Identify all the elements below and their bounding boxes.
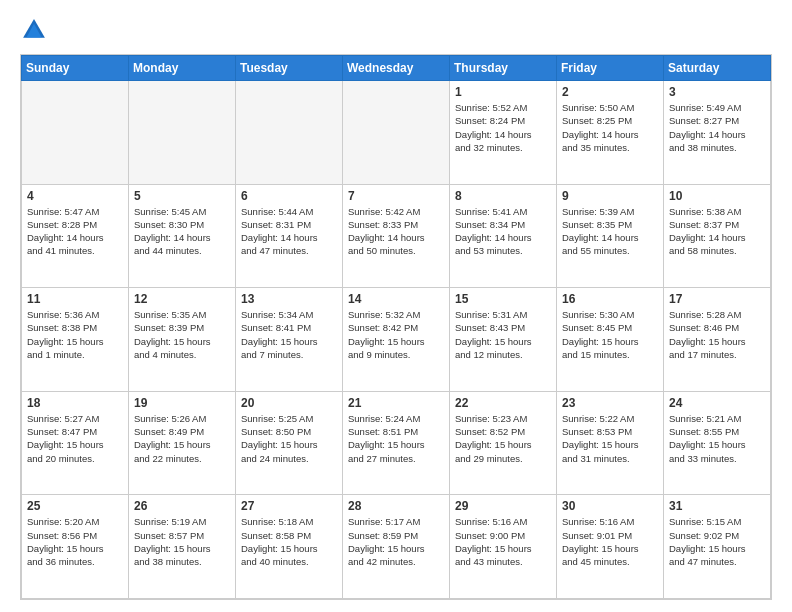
calendar-cell: 19Sunrise: 5:26 AM Sunset: 8:49 PM Dayli… <box>129 391 236 495</box>
calendar-cell: 5Sunrise: 5:45 AM Sunset: 8:30 PM Daylig… <box>129 184 236 288</box>
day-number: 21 <box>348 396 444 410</box>
day-info: Sunrise: 5:39 AM Sunset: 8:35 PM Dayligh… <box>562 205 658 258</box>
calendar-cell: 20Sunrise: 5:25 AM Sunset: 8:50 PM Dayli… <box>236 391 343 495</box>
calendar-cell <box>236 81 343 185</box>
calendar-header: SundayMondayTuesdayWednesdayThursdayFrid… <box>22 56 771 81</box>
calendar-cell <box>129 81 236 185</box>
day-number: 23 <box>562 396 658 410</box>
day-info: Sunrise: 5:20 AM Sunset: 8:56 PM Dayligh… <box>27 515 123 568</box>
day-info: Sunrise: 5:36 AM Sunset: 8:38 PM Dayligh… <box>27 308 123 361</box>
day-info: Sunrise: 5:28 AM Sunset: 8:46 PM Dayligh… <box>669 308 765 361</box>
day-number: 22 <box>455 396 551 410</box>
day-info: Sunrise: 5:30 AM Sunset: 8:45 PM Dayligh… <box>562 308 658 361</box>
logo <box>20 16 52 44</box>
day-info: Sunrise: 5:19 AM Sunset: 8:57 PM Dayligh… <box>134 515 230 568</box>
calendar-cell <box>343 81 450 185</box>
calendar: SundayMondayTuesdayWednesdayThursdayFrid… <box>20 54 772 600</box>
day-number: 7 <box>348 189 444 203</box>
day-info: Sunrise: 5:26 AM Sunset: 8:49 PM Dayligh… <box>134 412 230 465</box>
day-number: 24 <box>669 396 765 410</box>
day-info: Sunrise: 5:25 AM Sunset: 8:50 PM Dayligh… <box>241 412 337 465</box>
day-number: 11 <box>27 292 123 306</box>
day-info: Sunrise: 5:16 AM Sunset: 9:01 PM Dayligh… <box>562 515 658 568</box>
day-number: 5 <box>134 189 230 203</box>
day-number: 20 <box>241 396 337 410</box>
calendar-cell: 29Sunrise: 5:16 AM Sunset: 9:00 PM Dayli… <box>450 495 557 599</box>
calendar-cell: 27Sunrise: 5:18 AM Sunset: 8:58 PM Dayli… <box>236 495 343 599</box>
day-number: 3 <box>669 85 765 99</box>
day-info: Sunrise: 5:38 AM Sunset: 8:37 PM Dayligh… <box>669 205 765 258</box>
calendar-cell: 25Sunrise: 5:20 AM Sunset: 8:56 PM Dayli… <box>22 495 129 599</box>
calendar-cell: 31Sunrise: 5:15 AM Sunset: 9:02 PM Dayli… <box>664 495 771 599</box>
day-number: 25 <box>27 499 123 513</box>
day-info: Sunrise: 5:32 AM Sunset: 8:42 PM Dayligh… <box>348 308 444 361</box>
day-number: 19 <box>134 396 230 410</box>
day-info: Sunrise: 5:44 AM Sunset: 8:31 PM Dayligh… <box>241 205 337 258</box>
calendar-cell: 21Sunrise: 5:24 AM Sunset: 8:51 PM Dayli… <box>343 391 450 495</box>
day-info: Sunrise: 5:21 AM Sunset: 8:55 PM Dayligh… <box>669 412 765 465</box>
day-info: Sunrise: 5:16 AM Sunset: 9:00 PM Dayligh… <box>455 515 551 568</box>
calendar-cell: 1Sunrise: 5:52 AM Sunset: 8:24 PM Daylig… <box>450 81 557 185</box>
day-number: 16 <box>562 292 658 306</box>
week-row: 25Sunrise: 5:20 AM Sunset: 8:56 PM Dayli… <box>22 495 771 599</box>
day-number: 1 <box>455 85 551 99</box>
calendar-cell: 17Sunrise: 5:28 AM Sunset: 8:46 PM Dayli… <box>664 288 771 392</box>
day-info: Sunrise: 5:35 AM Sunset: 8:39 PM Dayligh… <box>134 308 230 361</box>
calendar-cell: 9Sunrise: 5:39 AM Sunset: 8:35 PM Daylig… <box>557 184 664 288</box>
week-row: 1Sunrise: 5:52 AM Sunset: 8:24 PM Daylig… <box>22 81 771 185</box>
day-number: 30 <box>562 499 658 513</box>
day-info: Sunrise: 5:18 AM Sunset: 8:58 PM Dayligh… <box>241 515 337 568</box>
page: SundayMondayTuesdayWednesdayThursdayFrid… <box>0 0 792 612</box>
calendar-cell <box>22 81 129 185</box>
header <box>20 16 772 44</box>
calendar-cell: 30Sunrise: 5:16 AM Sunset: 9:01 PM Dayli… <box>557 495 664 599</box>
calendar-cell: 12Sunrise: 5:35 AM Sunset: 8:39 PM Dayli… <box>129 288 236 392</box>
day-info: Sunrise: 5:27 AM Sunset: 8:47 PM Dayligh… <box>27 412 123 465</box>
calendar-cell: 18Sunrise: 5:27 AM Sunset: 8:47 PM Dayli… <box>22 391 129 495</box>
day-info: Sunrise: 5:31 AM Sunset: 8:43 PM Dayligh… <box>455 308 551 361</box>
day-info: Sunrise: 5:22 AM Sunset: 8:53 PM Dayligh… <box>562 412 658 465</box>
calendar-cell: 23Sunrise: 5:22 AM Sunset: 8:53 PM Dayli… <box>557 391 664 495</box>
day-info: Sunrise: 5:42 AM Sunset: 8:33 PM Dayligh… <box>348 205 444 258</box>
calendar-cell: 24Sunrise: 5:21 AM Sunset: 8:55 PM Dayli… <box>664 391 771 495</box>
logo-icon <box>20 16 48 44</box>
calendar-cell: 13Sunrise: 5:34 AM Sunset: 8:41 PM Dayli… <box>236 288 343 392</box>
week-row: 4Sunrise: 5:47 AM Sunset: 8:28 PM Daylig… <box>22 184 771 288</box>
weekday-header: Sunday <box>22 56 129 81</box>
day-info: Sunrise: 5:34 AM Sunset: 8:41 PM Dayligh… <box>241 308 337 361</box>
day-number: 4 <box>27 189 123 203</box>
calendar-cell: 10Sunrise: 5:38 AM Sunset: 8:37 PM Dayli… <box>664 184 771 288</box>
day-number: 9 <box>562 189 658 203</box>
week-row: 11Sunrise: 5:36 AM Sunset: 8:38 PM Dayli… <box>22 288 771 392</box>
calendar-cell: 3Sunrise: 5:49 AM Sunset: 8:27 PM Daylig… <box>664 81 771 185</box>
day-number: 29 <box>455 499 551 513</box>
day-number: 18 <box>27 396 123 410</box>
day-info: Sunrise: 5:52 AM Sunset: 8:24 PM Dayligh… <box>455 101 551 154</box>
day-number: 31 <box>669 499 765 513</box>
calendar-cell: 16Sunrise: 5:30 AM Sunset: 8:45 PM Dayli… <box>557 288 664 392</box>
day-info: Sunrise: 5:47 AM Sunset: 8:28 PM Dayligh… <box>27 205 123 258</box>
day-number: 6 <box>241 189 337 203</box>
day-number: 12 <box>134 292 230 306</box>
day-info: Sunrise: 5:41 AM Sunset: 8:34 PM Dayligh… <box>455 205 551 258</box>
calendar-cell: 7Sunrise: 5:42 AM Sunset: 8:33 PM Daylig… <box>343 184 450 288</box>
weekday-header: Wednesday <box>343 56 450 81</box>
day-info: Sunrise: 5:50 AM Sunset: 8:25 PM Dayligh… <box>562 101 658 154</box>
day-number: 14 <box>348 292 444 306</box>
weekday-header: Saturday <box>664 56 771 81</box>
calendar-cell: 22Sunrise: 5:23 AM Sunset: 8:52 PM Dayli… <box>450 391 557 495</box>
calendar-cell: 28Sunrise: 5:17 AM Sunset: 8:59 PM Dayli… <box>343 495 450 599</box>
day-info: Sunrise: 5:17 AM Sunset: 8:59 PM Dayligh… <box>348 515 444 568</box>
day-number: 8 <box>455 189 551 203</box>
day-number: 26 <box>134 499 230 513</box>
calendar-cell: 26Sunrise: 5:19 AM Sunset: 8:57 PM Dayli… <box>129 495 236 599</box>
day-info: Sunrise: 5:23 AM Sunset: 8:52 PM Dayligh… <box>455 412 551 465</box>
calendar-cell: 6Sunrise: 5:44 AM Sunset: 8:31 PM Daylig… <box>236 184 343 288</box>
day-number: 28 <box>348 499 444 513</box>
calendar-cell: 15Sunrise: 5:31 AM Sunset: 8:43 PM Dayli… <box>450 288 557 392</box>
weekday-header: Tuesday <box>236 56 343 81</box>
calendar-cell: 14Sunrise: 5:32 AM Sunset: 8:42 PM Dayli… <box>343 288 450 392</box>
week-row: 18Sunrise: 5:27 AM Sunset: 8:47 PM Dayli… <box>22 391 771 495</box>
weekday-header: Monday <box>129 56 236 81</box>
day-number: 17 <box>669 292 765 306</box>
